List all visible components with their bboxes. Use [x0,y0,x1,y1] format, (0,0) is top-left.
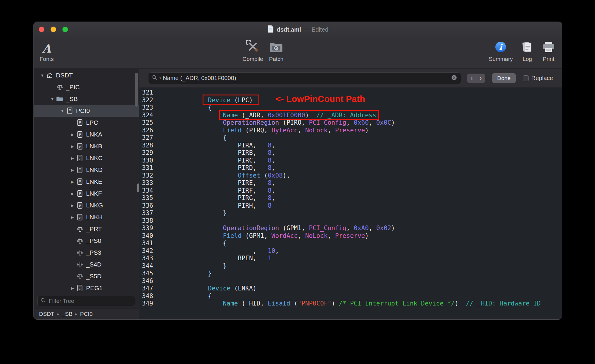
line-number: 335 [139,194,153,202]
disclosure-triangle-icon[interactable]: ▶ [69,156,76,160]
tree-item-LPC[interactable]: LPC [34,117,139,129]
tree-item-_PS0[interactable]: _PS0 [34,235,139,247]
method-icon [76,237,83,244]
line-number: 333 [139,179,153,187]
filter-tree-field[interactable] [37,296,135,306]
sidebar-scrollbar-thumb[interactable] [135,73,138,107]
minimize-button[interactable] [51,27,56,32]
clear-search-icon[interactable] [451,74,457,82]
print-label: Print [543,56,554,62]
traffic-lights [39,27,68,32]
tree-item-LNKE[interactable]: ▶LNKE [34,176,139,188]
tree-item-LNKH[interactable]: ▶LNKH [34,211,139,223]
titlebar[interactable]: dsdt.aml — Edited [34,22,562,37]
disclosure-triangle-icon[interactable]: ▶ [69,191,76,196]
line-number: 326 [139,127,153,134]
replace-checkbox[interactable] [523,75,529,81]
breadcrumb-item-_SB[interactable]: _SB [62,311,72,317]
line-text: { [153,240,227,247]
search-menu-caret-icon[interactable]: ▾ [159,76,161,80]
code-line: 341 { [139,240,562,247]
document-proxy-icon[interactable] [267,25,274,34]
close-button[interactable] [39,27,44,32]
code-line: 348 { [139,292,562,300]
tree-item-label: _S4D [86,261,102,268]
find-previous-button[interactable]: ‹ [467,74,476,83]
tree-item-LNKA[interactable]: ▶LNKA [34,129,139,140]
tree-item-_PRT[interactable]: _PRT [34,223,139,235]
line-text: PIRC, 8, [153,157,275,165]
disclosure-triangle-icon[interactable]: ▼ [48,97,56,101]
tree-item-label: _PRT [86,225,102,233]
line-text: Field (PIRQ, ByteAcc, NoLock, Preserve) [153,127,369,134]
find-navigation-segment: ‹ › [467,74,485,83]
find-bar: ▾ Name (_ADR, 0x001F0000) ‹ › Done Repla… [139,69,562,88]
tree-item-label: _SB [66,95,78,103]
code-editor[interactable]: 321322 Device (LPC)323 {324 Name (_ADR, … [139,88,562,319]
line-number: 324 [139,112,153,119]
tree-item-_S4D[interactable]: _S4D [34,259,139,270]
line-text: PIRB, 8, [153,149,275,157]
tree-item-DSDT[interactable]: ▼DSDT [34,69,139,81]
filter-tree-input[interactable] [48,298,132,305]
disclosure-triangle-icon[interactable]: ▼ [59,109,66,113]
search-icon [41,298,46,304]
find-query-text[interactable]: Name (_ADR, 0x001F0000) [163,75,449,82]
tree-item-_PIC[interactable]: _PIC [34,81,139,93]
disclosure-triangle-icon[interactable]: ▼ [38,73,46,78]
sidebar-tree: ▼DSDT_PIC▼_SB▼PCI0LPC▶LNKA▶LNKB▶LNKC▶LNK… [34,69,139,294]
method-icon [76,225,83,233]
tree-item-PEG1[interactable]: ▶PEG1 [34,282,139,294]
annotation-lowpincount: <- LowPinCount Path [276,95,365,103]
code-lines: 321322 Device (LPC)323 {324 Name (_ADR, … [139,88,562,308]
code-line: 349 Name (_HID, EisaId ("PNP0C0F") /* PC… [139,300,562,308]
log-button[interactable]: Log [521,40,533,62]
tree-item-_S5D[interactable]: _S5D [34,270,139,282]
line-text: OperationRegion (PIRQ, PCI_Config, 0x60,… [153,119,395,127]
summary-button[interactable]: i Summary [489,40,513,62]
fonts-icon: A [42,43,51,54]
code-line: 331 PIRD, 8, [139,164,562,172]
method-icon [56,84,63,91]
disclosure-triangle-icon[interactable]: ▶ [69,168,76,172]
fonts-button[interactable]: A Fonts [40,40,54,62]
line-text: , 10, [153,247,279,255]
tree-item-_PS3[interactable]: _PS3 [34,247,139,259]
folder-icon [56,95,63,103]
device-icon [76,214,83,221]
tree-item-_SB[interactable]: ▼_SB [34,93,139,105]
print-button[interactable]: Print [542,40,555,62]
device-icon [76,119,83,126]
tree-item-LNKC[interactable]: ▶LNKC [34,152,139,164]
disclosure-triangle-icon[interactable]: ▶ [69,215,76,220]
tree-item-PCI0[interactable]: ▼PCI0 [34,105,139,117]
compile-button[interactable]: Compile [242,40,263,62]
line-text: { [153,104,212,112]
printer-icon [542,41,555,54]
breadcrumb[interactable]: DSDT▸_SB▸PCI0 [34,308,139,319]
tree-item-LNKB[interactable]: ▶LNKB [34,140,139,152]
disclosure-triangle-icon[interactable]: ▶ [69,132,76,137]
tree-item-LNKF[interactable]: ▶LNKF [34,188,139,199]
find-next-button[interactable]: › [476,74,485,83]
line-number: 338 [139,217,153,225]
line-number: 328 [139,142,153,150]
breadcrumb-item-PCI0[interactable]: PCI0 [80,311,93,317]
line-number: 337 [139,209,153,217]
line-text: Offset (0x08), [153,172,290,180]
disclosure-triangle-icon[interactable]: ▶ [69,203,76,208]
find-field[interactable]: ▾ Name (_ADR, 0x001F0000) [148,72,461,84]
line-number: 325 [139,119,153,127]
disclosure-triangle-icon[interactable]: ▶ [69,144,76,149]
tree-item-LNKG[interactable]: ▶LNKG [34,199,139,211]
zoom-button[interactable] [62,27,68,32]
code-line: 327 { [139,134,562,142]
disclosure-triangle-icon[interactable]: ▶ [69,286,76,290]
done-button[interactable]: Done [492,73,515,83]
code-line: 345 } [139,270,562,277]
breadcrumb-item-DSDT[interactable]: DSDT [39,311,54,317]
line-number: 343 [139,255,153,262]
disclosure-triangle-icon[interactable]: ▶ [69,180,76,184]
tree-item-LNKD[interactable]: ▶LNKD [34,164,139,176]
patch-button[interactable]: Patch [269,40,284,62]
